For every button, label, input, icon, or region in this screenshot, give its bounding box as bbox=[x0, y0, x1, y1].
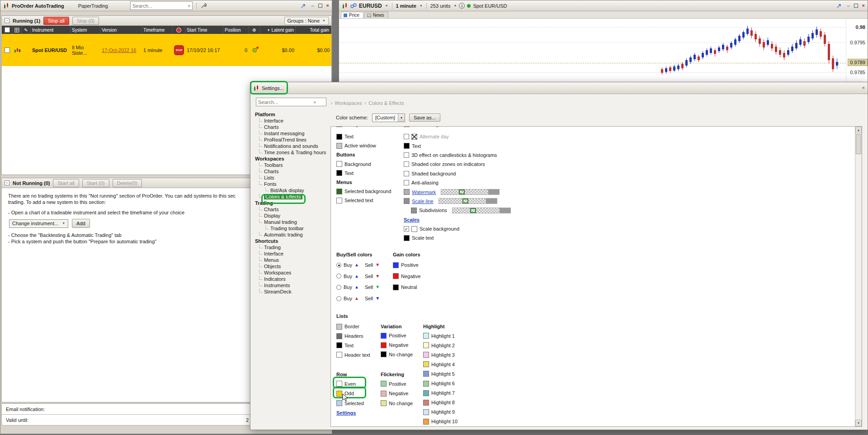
color-swatch[interactable] bbox=[404, 126, 410, 127]
minimize-icon[interactable]: – bbox=[847, 3, 849, 8]
radio-button[interactable] bbox=[336, 296, 341, 301]
scroll-up-icon[interactable]: ▲ bbox=[855, 127, 862, 133]
clear-search-icon[interactable]: × bbox=[313, 99, 316, 105]
color-swatch[interactable] bbox=[411, 208, 417, 213]
opacity-strip[interactable] bbox=[452, 208, 511, 213]
col-position[interactable]: Position bbox=[223, 26, 249, 34]
save-as-button[interactable]: Save as... bbox=[409, 113, 440, 122]
price-chart[interactable]: 0.980.97950.97850.9789 bbox=[339, 19, 868, 82]
breadcrumb-workspaces[interactable]: Workspaces bbox=[335, 100, 362, 106]
scrollbar[interactable]: ▲ ▼ bbox=[855, 127, 862, 426]
strip-cell[interactable] bbox=[458, 208, 464, 213]
toolbar-search[interactable]: × bbox=[130, 1, 193, 10]
color-swatch[interactable] bbox=[404, 235, 410, 241]
groups-dropdown[interactable]: Groups : None ▼ bbox=[284, 17, 329, 25]
color-swatch[interactable] bbox=[336, 391, 342, 397]
radio-button[interactable] bbox=[336, 263, 341, 268]
strip-cell[interactable] bbox=[482, 208, 488, 213]
color-swatch[interactable] bbox=[336, 324, 342, 330]
maximize-icon[interactable] bbox=[854, 4, 858, 8]
color-swatch[interactable] bbox=[336, 352, 342, 358]
collapse-icon[interactable]: − bbox=[5, 18, 9, 23]
color-swatch[interactable] bbox=[336, 198, 342, 203]
opacity-strip[interactable] bbox=[441, 189, 500, 195]
color-swatch[interactable] bbox=[336, 161, 342, 167]
checkbox[interactable] bbox=[404, 226, 409, 232]
strip-cell[interactable] bbox=[453, 189, 459, 194]
tree-item-prorealtrend-lines[interactable]: ProRealTrend lines bbox=[264, 137, 307, 142]
tree-item-instant-messaging[interactable]: Instant messaging bbox=[264, 131, 304, 136]
checkbox[interactable] bbox=[404, 180, 409, 185]
color-swatch[interactable] bbox=[423, 400, 429, 406]
strip-cell[interactable] bbox=[465, 189, 471, 194]
settings-search[interactable]: × bbox=[256, 98, 326, 106]
tree-item-bid-ask-display[interactable]: Bid/Ask display bbox=[270, 188, 304, 193]
select-all-checkbox[interactable] bbox=[5, 27, 10, 33]
color-swatch[interactable] bbox=[336, 126, 342, 127]
color-swatch[interactable] bbox=[381, 381, 387, 387]
color-swatch[interactable] bbox=[381, 342, 387, 348]
scrollbar-thumb[interactable] bbox=[856, 134, 861, 154]
stop-sign-icon[interactable]: STOP bbox=[174, 45, 184, 55]
tree-item-trading-toolbar[interactable]: Trading toolbar bbox=[270, 226, 304, 231]
strip-cell[interactable] bbox=[470, 208, 476, 213]
close-icon[interactable]: × bbox=[862, 3, 865, 8]
color-swatch[interactable] bbox=[336, 143, 342, 149]
strip-cell[interactable] bbox=[474, 199, 480, 203]
tree-item-fonts[interactable]: Fonts bbox=[264, 181, 277, 187]
settings-link-scales[interactable]: Scales bbox=[404, 217, 420, 222]
strip-cell[interactable] bbox=[453, 208, 458, 213]
symbol-dropdown[interactable]: EURUSD bbox=[359, 3, 382, 9]
tree-item-streamdeck[interactable]: StreamDeck bbox=[264, 289, 292, 294]
checkbox[interactable] bbox=[404, 152, 409, 158]
opacity-strip[interactable] bbox=[439, 198, 497, 204]
close-icon[interactable]: × bbox=[862, 85, 865, 90]
checkbox[interactable] bbox=[404, 171, 409, 176]
color-swatch[interactable] bbox=[423, 390, 429, 396]
buy-sell-option-4[interactable]: Buy▲Sell▼ bbox=[336, 293, 380, 304]
strip-cell[interactable] bbox=[476, 189, 482, 194]
radio-button[interactable] bbox=[336, 285, 341, 290]
buy-sell-option-2[interactable]: Buy▲Sell▼ bbox=[336, 271, 380, 282]
tree-item-interface[interactable]: Interface bbox=[264, 118, 283, 123]
minimize-icon[interactable]: – bbox=[311, 3, 314, 8]
close-icon[interactable]: × bbox=[326, 3, 329, 8]
tree-item-toolbars[interactable]: Toolbars bbox=[264, 162, 283, 168]
tree-item-colors-effects[interactable]: Colors & Effects bbox=[264, 194, 302, 199]
color-swatch[interactable] bbox=[423, 361, 429, 367]
tab-papertrading[interactable]: PaperTrading bbox=[78, 3, 108, 9]
color-swatch[interactable] bbox=[381, 351, 387, 357]
strip-cell[interactable] bbox=[468, 199, 474, 203]
strip-cell[interactable] bbox=[480, 199, 486, 203]
col-instrument[interactable]: Instrument bbox=[31, 26, 71, 34]
tab-price[interactable]: Price bbox=[341, 12, 363, 18]
tree-item-charts[interactable]: Charts bbox=[264, 207, 278, 212]
color-swatch[interactable] bbox=[423, 419, 429, 425]
settings-link-settings[interactable]: Settings bbox=[336, 410, 356, 416]
buy-sell-option-3[interactable]: Buy▲Sell▼ bbox=[336, 282, 380, 293]
option-label[interactable]: Watermark bbox=[412, 189, 436, 195]
color-swatch[interactable] bbox=[381, 391, 387, 397]
color-swatch[interactable] bbox=[423, 352, 429, 358]
strip-cell[interactable] bbox=[439, 199, 445, 203]
col-total-gain[interactable]: Total gain bbox=[296, 26, 331, 34]
color-swatch[interactable] bbox=[336, 400, 342, 406]
row-gear-icon[interactable]: ⚙ bbox=[252, 47, 258, 54]
timeframe-dropdown[interactable]: 1 minute bbox=[396, 3, 416, 9]
strip-cell[interactable] bbox=[447, 189, 453, 194]
tree-item-charts[interactable]: Charts bbox=[264, 169, 278, 174]
color-swatch[interactable] bbox=[404, 189, 410, 195]
scroll-down-icon[interactable]: ▼ bbox=[855, 420, 862, 426]
color-swatch[interactable] bbox=[336, 170, 342, 176]
color-swatch[interactable] bbox=[404, 143, 410, 149]
tree-item-menus[interactable]: Menus bbox=[264, 257, 279, 263]
strip-cell[interactable] bbox=[451, 199, 457, 203]
col-timeframe[interactable]: Timeframe bbox=[142, 26, 173, 34]
search-input[interactable] bbox=[132, 3, 186, 9]
delete-button[interactable]: Delete(0) bbox=[113, 179, 142, 187]
strip-cell[interactable] bbox=[457, 199, 462, 203]
color-swatch[interactable] bbox=[423, 333, 429, 339]
color-swatch[interactable] bbox=[423, 381, 429, 387]
color-swatch[interactable] bbox=[393, 262, 399, 268]
tree-item-notifications-and-sounds[interactable]: Notifications and sounds bbox=[264, 143, 318, 149]
